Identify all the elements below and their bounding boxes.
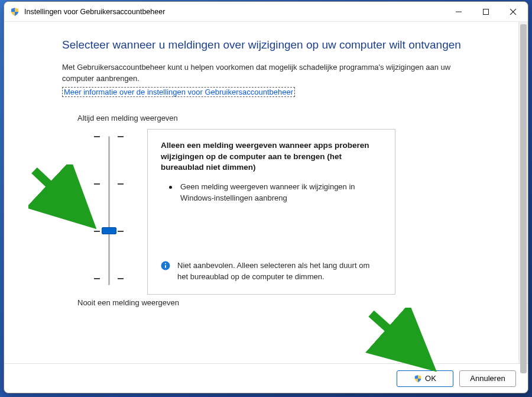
intro-text: Met Gebruikersaccountbeheer kunt u helpe… — [62, 62, 476, 85]
window-title: Instellingen voor Gebruikersaccountbehee… — [24, 8, 445, 16]
content-area: Selecteer wanneer u meldingen over wijzi… — [4, 22, 518, 363]
help-link[interactable]: Meer informatie over de instellingen voo… — [62, 87, 295, 97]
window-controls — [445, 2, 527, 21]
info-icon — [161, 261, 170, 270]
scrollbar-thumb[interactable] — [520, 24, 527, 373]
shield-icon — [414, 375, 422, 383]
slider-label-bottom: Nooit een melding weergeven — [77, 298, 179, 307]
cancel-label: Annuleren — [470, 374, 505, 383]
ok-button[interactable]: OK — [397, 370, 453, 387]
maximize-button[interactable] — [472, 2, 499, 21]
vertical-scrollbar[interactable] — [518, 22, 528, 363]
level-note: Niet aanbevolen. Alleen selecteren als h… — [161, 260, 382, 282]
svg-rect-2 — [165, 265, 166, 268]
titlebar[interactable]: Instellingen voor Gebruikersaccountbehee… — [4, 2, 528, 22]
level-bullet-text: Geen melding weergeven wanneer ik wijzig… — [180, 182, 382, 204]
uac-settings-window: Instellingen voor Gebruikersaccountbehee… — [4, 1, 528, 393]
dialog-button-bar: OK Annuleren — [4, 363, 528, 393]
slider-thumb[interactable] — [102, 227, 116, 234]
minimize-button[interactable] — [445, 2, 472, 21]
close-button[interactable] — [499, 2, 527, 21]
ok-label: OK — [425, 374, 436, 383]
level-title: Alleen een melding weergeven wanneer app… — [161, 140, 382, 174]
cancel-button[interactable]: Annuleren — [459, 370, 516, 387]
slider-track — [108, 136, 110, 285]
level-note-text: Niet aanbevolen. Alleen selecteren als h… — [177, 260, 382, 282]
bullet-icon — [169, 186, 172, 189]
shield-icon — [10, 7, 20, 17]
slider-label-top: Altijd een melding weergeven — [77, 114, 178, 122]
client-area: Selecteer wanneer u meldingen over wijzi… — [4, 22, 528, 363]
level-bullet: Geen melding weergeven wanneer ik wijzig… — [169, 182, 382, 204]
uac-slider[interactable] — [94, 131, 124, 290]
level-description-panel: Alleen een melding weergeven wanneer app… — [147, 129, 395, 295]
svg-rect-0 — [484, 9, 489, 14]
svg-rect-3 — [165, 263, 166, 264]
page-heading: Selecteer wanneer u meldingen over wijzi… — [62, 38, 483, 51]
